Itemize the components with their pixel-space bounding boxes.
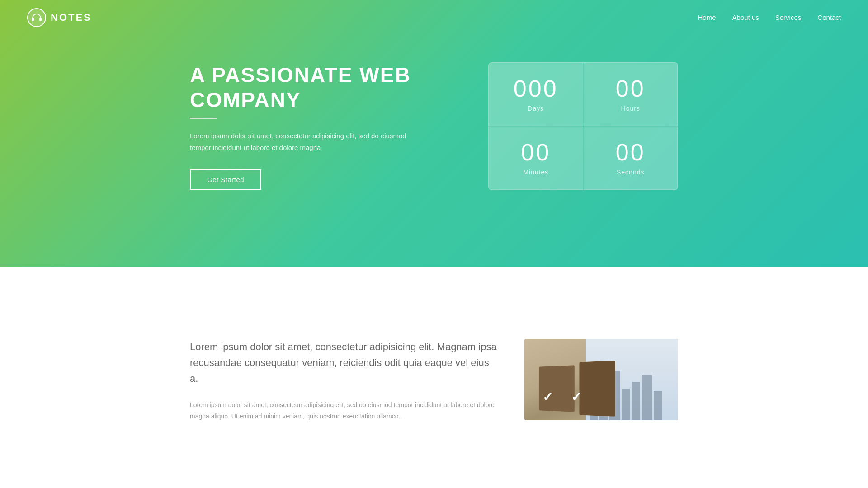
nav-item-contact[interactable]: Contact [817,14,841,22]
nav-link-contact[interactable]: Contact [817,14,841,21]
check-mark-1: ✓ [542,389,553,404]
countdown-widget: 000 Days 00 Hours 00 Minutes 00 Seconds [488,62,678,190]
building-7 [654,391,662,420]
hero-title-underline [190,118,217,119]
nav-link-home[interactable]: Home [698,14,716,21]
nav-link-about[interactable]: About us [732,14,759,21]
check-marks: ✓ ✓ [542,389,581,404]
hero-title: A PASSIONATE WEB COMPANY [190,63,425,113]
countdown-seconds-cell: 00 Seconds [584,127,678,190]
nav-item-about[interactable]: About us [732,14,759,22]
building-6 [642,375,652,420]
svg-rect-1 [32,18,34,21]
hours-label: Hours [621,105,640,112]
days-value: 000 [514,77,558,100]
minutes-label: Minutes [523,169,548,176]
building-2 [599,380,608,420]
content-inner: Lorem ipsum dolor sit amet, consectetur … [163,303,705,458]
minutes-value: 00 [521,141,551,164]
hero-body: A PASSIONATE WEB COMPANY Lorem ipsum dol… [163,35,705,226]
logo: NOTES [27,8,92,27]
hero-description: Lorem ipsum dolor sit amet, consectetur … [190,130,425,153]
check-mark-2: ✓ [571,389,581,404]
building-3 [609,371,620,420]
seconds-value: 00 [616,141,646,164]
countdown-hours-cell: 00 Hours [584,63,678,126]
building-4 [622,389,630,420]
content-main-paragraph: Lorem ipsum dolor sit amet, consectetur … [190,339,497,387]
days-label: Days [528,105,544,112]
hero-title-line2: COMPANY [190,88,301,112]
nav-links: Home About us Services Contact [698,14,841,22]
logo-icon [27,8,46,27]
logo-text: NOTES [51,12,92,23]
hero-title-line1: A PASSIONATE WEB [190,63,411,87]
city-background [586,339,678,420]
countdown-days-cell: 000 Days [489,63,583,126]
svg-point-0 [28,9,46,27]
svg-rect-2 [39,18,42,21]
nav-item-services[interactable]: Services [775,14,802,22]
image-placeholder: ✓ ✓ [524,339,678,420]
navbar: NOTES Home About us Services Contact [0,0,868,35]
countdown-minutes-cell: 00 Minutes [489,127,583,190]
seconds-label: Seconds [617,169,644,176]
nav-item-home[interactable]: Home [698,14,716,22]
get-started-button[interactable]: Get Started [190,169,261,190]
content-sub-paragraph: Lorem ipsum dolor sit amet, consectetur … [190,399,497,422]
hero-text-block: A PASSIONATE WEB COMPANY Lorem ipsum dol… [190,63,425,190]
content-section: Lorem ipsum dolor sit amet, consectetur … [0,267,868,488]
nav-link-services[interactable]: Services [775,14,802,21]
building-5 [632,382,640,420]
hero-section: NOTES Home About us Services Contact A P… [0,0,868,267]
hours-value: 00 [616,77,646,100]
content-image: ✓ ✓ [524,339,678,420]
building-1 [590,393,598,420]
content-text-block: Lorem ipsum dolor sit amet, consectetur … [190,339,497,422]
city-buildings [586,371,665,420]
